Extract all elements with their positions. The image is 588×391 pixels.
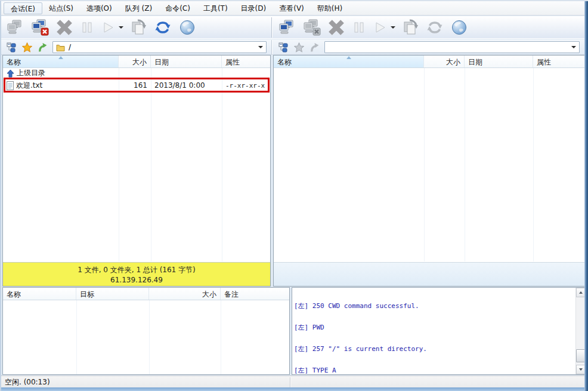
menu-options[interactable]: 选项(O) <box>80 2 119 14</box>
status-bar: 空闲. (00:13) <box>1 375 586 389</box>
pause-icon[interactable] <box>351 18 367 37</box>
address-separator <box>271 40 272 54</box>
transfer-summary: 1 文件, 0 文件夹, 1 总计 (161 字节) 61.139.126.49 <box>3 262 270 286</box>
header-name[interactable]: 名称 <box>3 288 76 300</box>
path-combobox[interactable] <box>324 41 580 53</box>
header-size[interactable]: 大小 <box>119 56 151 67</box>
abort-icon[interactable] <box>55 18 74 37</box>
local-file-panel-right: 名称 大小 日期 属性 <box>273 55 586 287</box>
header-name[interactable]: 名称 <box>274 56 424 67</box>
combo-dropdown-button[interactable] <box>568 42 578 52</box>
address-right <box>273 39 584 55</box>
resume-icon[interactable] <box>372 18 388 37</box>
statusbar-divider <box>290 377 290 388</box>
pause-icon[interactable] <box>79 18 95 37</box>
combo-dropdown-button[interactable] <box>255 42 265 52</box>
header-size[interactable]: 大小 <box>149 288 221 300</box>
resume-dropdown-icon[interactable] <box>119 26 123 29</box>
header-size[interactable]: 大小 <box>424 56 465 67</box>
connect-icon[interactable] <box>6 18 25 37</box>
toolbar-left <box>1 16 271 39</box>
log-line: [左] 257 "/" is current directory. <box>294 346 575 353</box>
toolbar-right <box>273 16 584 39</box>
header-name[interactable]: 名称 <box>3 56 119 67</box>
window-border-right <box>584 1 588 391</box>
up-arrow-icon <box>7 69 14 78</box>
log-line: [左] 250 CWD command successful. <box>294 303 575 310</box>
sort-ascending-icon <box>346 56 351 59</box>
menu-bar: 会话(E) 站点(S) 选项(O) 队列 (Z) 命令(C) 工具(T) 目录(… <box>1 1 584 16</box>
header-note[interactable]: 备注 <box>221 288 289 300</box>
abort-icon[interactable] <box>327 18 346 37</box>
file-row[interactable]: 欢迎.txt 161 2013/8/1 0:00 -r-xr-xr-x <box>3 79 270 91</box>
address-left: / <box>1 39 271 55</box>
log-panel: [左] 250 CWD command successful. [左] PWD … <box>292 287 586 375</box>
log-line: [左] PWD <box>294 324 575 331</box>
header-date[interactable]: 日期 <box>151 56 222 67</box>
disconnect-icon[interactable] <box>30 18 49 37</box>
parent-directory-row[interactable]: 上级目录 <box>3 68 270 78</box>
disconnect-icon[interactable] <box>302 18 321 37</box>
queue-body <box>3 300 289 374</box>
toolbar-separator <box>271 17 272 38</box>
menu-site[interactable]: 站点(S) <box>42 2 80 14</box>
header-name-label: 名称 <box>277 58 292 66</box>
header-date[interactable]: 日期 <box>465 56 533 67</box>
summary-counts: 1 文件, 0 文件夹, 1 总计 (161 字节) <box>78 265 196 275</box>
menu-view[interactable]: 查看(V) <box>273 2 311 14</box>
up-directory-icon[interactable] <box>309 42 320 53</box>
log-scrollbar[interactable] <box>575 288 585 374</box>
remote-file-panel-left: 名称 大小 日期 属性 上级目录 <box>2 55 271 287</box>
menu-queue[interactable]: 队列 (Z) <box>119 2 159 14</box>
log-line: [左] TYPE A <box>294 367 575 374</box>
log-output: [左] 250 CWD command successful. [左] PWD … <box>294 288 575 374</box>
transfer-queue-icon[interactable] <box>401 18 420 37</box>
header-name-label: 名称 <box>7 58 21 66</box>
bookmark-star-icon[interactable] <box>21 42 32 53</box>
transfer-queue-icon[interactable] <box>129 18 148 37</box>
file-size: 161 <box>119 79 151 91</box>
file-list-body: 上级目录 欢迎.txt 161 2013/8/1 0:00 -r-xr-xr-x <box>3 68 270 261</box>
file-attr: -r-xr-xr-x <box>222 79 270 91</box>
parent-directory-label: 上级目录 <box>17 68 45 78</box>
menu-session[interactable]: 会话(E) <box>4 2 42 14</box>
folder-icon <box>55 42 66 53</box>
queue-header: 名称 目标 大小 备注 <box>3 288 289 300</box>
header-attr[interactable]: 属性 <box>533 56 585 67</box>
menu-directory[interactable]: 目录(D) <box>234 2 273 14</box>
browse-www-icon[interactable] <box>450 18 469 37</box>
header-target[interactable]: 目标 <box>76 288 149 300</box>
current-path: / <box>69 43 71 51</box>
resume-icon[interactable] <box>100 18 116 37</box>
file-list-header: 名称 大小 日期 属性 <box>274 56 585 68</box>
status-text: 空闲. (00:13) <box>5 377 50 387</box>
address-band: / <box>1 39 584 55</box>
window-border-bottom <box>1 387 588 391</box>
resume-dropdown-icon[interactable] <box>391 26 395 29</box>
refresh-icon[interactable] <box>425 18 444 37</box>
bookmark-star-icon[interactable] <box>293 42 304 53</box>
menu-commands[interactable]: 命令(C) <box>159 2 197 14</box>
file-list-header: 名称 大小 日期 属性 <box>3 56 270 68</box>
file-date: 2013/8/1 0:00 <box>151 79 222 91</box>
refresh-icon[interactable] <box>153 18 172 37</box>
up-directory-icon[interactable] <box>37 42 48 53</box>
menu-tools[interactable]: 工具(T) <box>197 2 234 14</box>
site-tree-icon[interactable] <box>6 42 17 53</box>
sort-ascending-icon <box>58 56 63 59</box>
header-attr[interactable]: 属性 <box>222 56 270 67</box>
browse-www-icon[interactable] <box>178 18 197 37</box>
ftp-client-window: 会话(E) 站点(S) 选项(O) 队列 (Z) 命令(C) 工具(T) 目录(… <box>0 0 588 391</box>
menu-help[interactable]: 帮助(H) <box>311 2 349 14</box>
connect-icon[interactable] <box>278 18 297 37</box>
transfer-summary-empty <box>274 262 585 286</box>
site-tree-icon[interactable] <box>278 42 289 53</box>
path-combobox[interactable]: / <box>52 41 267 53</box>
toolbar-band <box>1 16 584 39</box>
file-list-body <box>274 68 585 261</box>
summary-host: 61.139.126.49 <box>110 276 163 284</box>
file-name: 欢迎.txt <box>16 81 42 91</box>
text-file-icon <box>7 81 14 90</box>
queue-panel: 名称 目标 大小 备注 <box>2 287 290 375</box>
